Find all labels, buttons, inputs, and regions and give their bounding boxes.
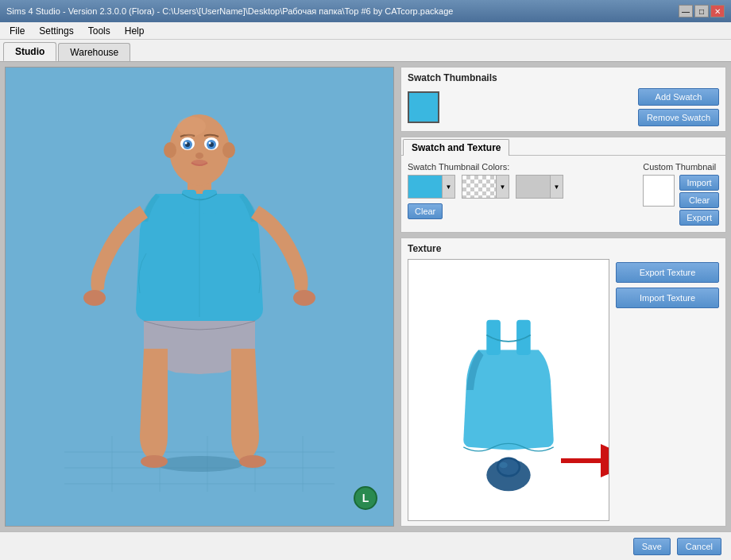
svg-rect-34 [516, 320, 531, 355]
stc-colors: ▼ ▼ ▼ [408, 175, 563, 199]
custom-thumbnail-label: Custom Thumbnail [643, 162, 719, 172]
svg-rect-25 [182, 190, 196, 214]
menu-settings[interactable]: Settings [33, 24, 79, 38]
svg-point-13 [222, 142, 235, 158]
clear-button[interactable]: Clear [408, 203, 443, 219]
maximize-button[interactable]: □ [694, 5, 709, 17]
export-button[interactable]: Export [679, 210, 719, 226]
texture-svg [408, 260, 609, 520]
svg-point-31 [239, 455, 266, 468]
clear-custom-button[interactable]: Clear [679, 192, 719, 208]
add-swatch-button[interactable]: Add Swatch [638, 88, 719, 106]
swatch-area: Add Swatch Remove Swatch [408, 88, 719, 126]
color-swatch-grey [516, 176, 550, 198]
title-text: Sims 4 Studio - Version 2.3.0.0 (Flora) … [6, 6, 453, 16]
svg-point-22 [195, 153, 203, 159]
svg-point-29 [293, 290, 315, 306]
color-dropdown-2[interactable]: ▼ [462, 175, 509, 199]
swatch-colors-group: Swatch Thumbnail Colors: ▼ ▼ [408, 162, 563, 219]
swatch-texture-row: Swatch Thumbnail Colors: ▼ ▼ [408, 162, 719, 226]
swatch-list [408, 91, 439, 123]
svg-rect-33 [486, 320, 501, 355]
svg-point-9 [156, 456, 243, 472]
svg-point-38 [500, 462, 508, 469]
svg-point-24 [177, 117, 206, 136]
color-swatch-checker [462, 176, 496, 198]
tab-swatch-and-texture[interactable]: Swatch and Texture [403, 139, 509, 156]
swatch-action-buttons: Add Swatch Remove Swatch [638, 88, 719, 126]
color-dropdown-arrow-1[interactable]: ▼ [442, 176, 454, 198]
character-display [6, 68, 393, 526]
swatch-texture-section: Swatch and Texture Swatch Thumbnail Colo… [400, 137, 726, 233]
main-tab-bar: Studio Warehouse [0, 40, 731, 62]
inner-tab-content: Swatch Thumbnail Colors: ▼ ▼ [401, 156, 725, 232]
inner-tab-bar: Swatch and Texture [401, 137, 725, 156]
remove-swatch-button[interactable]: Remove Swatch [638, 109, 719, 126]
texture-canvas [408, 259, 609, 521]
menu-file[interactable]: File [3, 24, 31, 38]
import-button[interactable]: Import [679, 175, 719, 191]
swatch-thumbnails-section: Swatch Thumbnails Add Swatch Remove Swat… [400, 67, 726, 132]
import-texture-button[interactable]: Import Texture [616, 288, 719, 308]
window-controls: — □ ✕ [679, 5, 725, 17]
title-bar: Sims 4 Studio - Version 2.3.0.0 (Flora) … [0, 0, 731, 22]
swatch-thumbnails-title: Swatch Thumbnails [408, 72, 719, 83]
color-dropdown-arrow-2[interactable]: ▼ [496, 176, 509, 198]
texture-content: Export Texture Import Texture [408, 259, 719, 521]
svg-point-28 [83, 290, 106, 306]
export-texture-button[interactable]: Export Texture [616, 262, 719, 283]
tab-studio[interactable]: Studio [3, 42, 56, 61]
close-button[interactable]: ✕ [710, 5, 725, 17]
custom-thumbnail-preview [643, 175, 675, 207]
color-dropdown-1[interactable]: ▼ [408, 175, 455, 199]
menu-tools[interactable]: Tools [82, 24, 117, 38]
custom-thumbnail-buttons: Import Clear Export [679, 175, 719, 226]
texture-action-buttons: Export Texture Import Texture [616, 259, 719, 521]
svg-point-30 [141, 455, 168, 468]
svg-point-23 [191, 160, 207, 166]
save-button[interactable]: Save [633, 538, 671, 555]
minimize-button[interactable]: — [679, 5, 693, 17]
svg-point-12 [164, 142, 176, 158]
right-panel: Swatch Thumbnails Add Swatch Remove Swat… [397, 62, 731, 531]
texture-section: Texture [400, 238, 726, 527]
color-dropdown-3[interactable]: ▼ [516, 175, 563, 199]
clear-row: Clear [408, 203, 563, 219]
svg-rect-26 [203, 190, 217, 214]
swatch-item-1[interactable] [408, 91, 439, 123]
color-swatch-blue [408, 176, 442, 198]
viewport-3d: L [5, 67, 394, 527]
main-content: L Swatch Thumbnails Add Swatch Remove Sw… [0, 62, 731, 531]
menu-help[interactable]: Help [118, 24, 151, 38]
menu-bar: File Settings Tools Help [0, 22, 731, 40]
bottom-bar: Save Cancel [0, 531, 731, 560]
l-badge: L [354, 486, 377, 510]
custom-thumbnail-group: Custom Thumbnail Import Clear Export [643, 162, 719, 226]
character-svg [64, 102, 335, 492]
cancel-button[interactable]: Cancel [677, 538, 721, 555]
tab-warehouse[interactable]: Warehouse [58, 43, 130, 61]
color-dropdown-arrow-3[interactable]: ▼ [550, 176, 563, 198]
svg-point-21 [209, 141, 211, 144]
texture-title: Texture [408, 243, 719, 254]
stc-label: Swatch Thumbnail Colors: [408, 162, 563, 172]
svg-point-17 [185, 141, 188, 144]
